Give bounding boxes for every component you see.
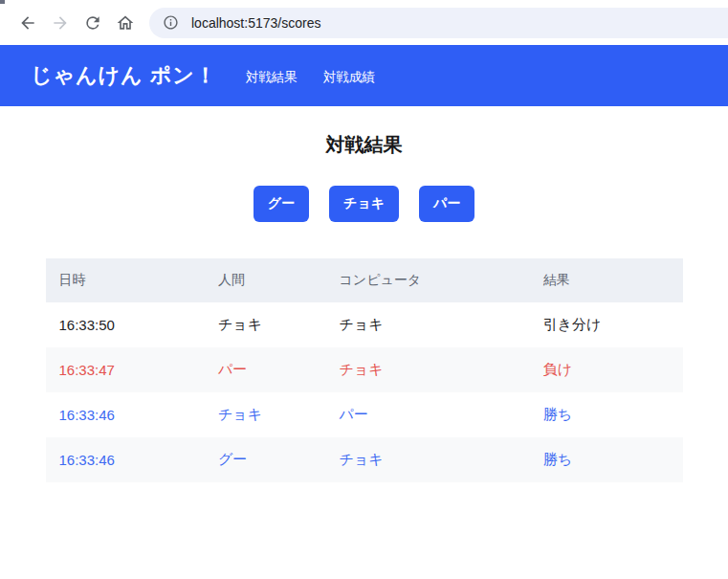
app-brand[interactable]: じゃんけん ポン！	[31, 61, 217, 90]
table-row: 16:33:46 グー チョキ 勝ち	[46, 437, 683, 482]
cell-computer: チョキ	[326, 302, 530, 347]
cell-time: 16:33:47	[46, 347, 206, 392]
screenshot-corner-artifact	[0, 0, 5, 4]
home-icon[interactable]	[109, 7, 142, 39]
back-icon[interactable]	[11, 7, 44, 39]
col-header-result: 結果	[530, 258, 683, 302]
cell-result: 勝ち	[530, 392, 683, 437]
scissors-button[interactable]: チョキ	[329, 186, 399, 222]
col-header-human: 人間	[205, 258, 326, 302]
table-row: 16:33:50 チョキ チョキ 引き分け	[46, 302, 683, 347]
table-row: 16:33:47 パー チョキ 負け	[46, 347, 683, 392]
rock-button[interactable]: グー	[254, 186, 309, 222]
cell-computer: チョキ	[326, 437, 530, 482]
main-content: 対戦結果 グー チョキ パー 日時 人間 コンピュータ 結果 16:33:50 …	[0, 132, 728, 482]
nav-links: 対戦結果 対戦成績	[246, 69, 375, 86]
page-title: 対戦結果	[0, 132, 728, 158]
nav-link-scores[interactable]: 対戦結果	[246, 69, 298, 86]
results-table-wrap: 日時 人間 コンピュータ 結果 16:33:50 チョキ チョキ 引き分け 16…	[46, 258, 683, 482]
address-bar[interactable]: localhost:5173/scores	[149, 8, 728, 38]
paper-button[interactable]: パー	[419, 186, 474, 222]
cell-human: グー	[205, 437, 326, 482]
cell-human: チョキ	[205, 302, 326, 347]
results-table: 日時 人間 コンピュータ 結果 16:33:50 チョキ チョキ 引き分け 16…	[46, 258, 683, 482]
browser-toolbar: localhost:5173/scores	[0, 0, 728, 45]
choice-button-group: グー チョキ パー	[0, 186, 728, 222]
col-header-datetime: 日時	[46, 258, 206, 302]
col-header-computer: コンピュータ	[326, 258, 530, 302]
cell-result: 負け	[530, 347, 683, 392]
url-text[interactable]: localhost:5173/scores	[191, 15, 320, 31]
forward-icon[interactable]	[44, 7, 77, 39]
cell-result: 引き分け	[530, 302, 683, 347]
cell-time: 16:33:50	[46, 302, 206, 347]
cell-time: 16:33:46	[46, 392, 206, 437]
cell-time: 16:33:46	[46, 437, 206, 482]
cell-computer: チョキ	[326, 347, 530, 392]
table-header-row: 日時 人間 コンピュータ 結果	[46, 258, 683, 302]
cell-result: 勝ち	[530, 437, 683, 482]
nav-link-stats[interactable]: 対戦成績	[323, 69, 375, 86]
cell-computer: パー	[326, 392, 530, 437]
cell-human: チョキ	[205, 392, 326, 437]
table-row: 16:33:46 チョキ パー 勝ち	[46, 392, 683, 437]
cell-human: パー	[205, 347, 326, 392]
reload-icon[interactable]	[77, 7, 109, 39]
app-navbar: じゃんけん ポン！ 対戦結果 対戦成績	[0, 45, 728, 106]
site-info-icon[interactable]	[158, 11, 183, 35]
